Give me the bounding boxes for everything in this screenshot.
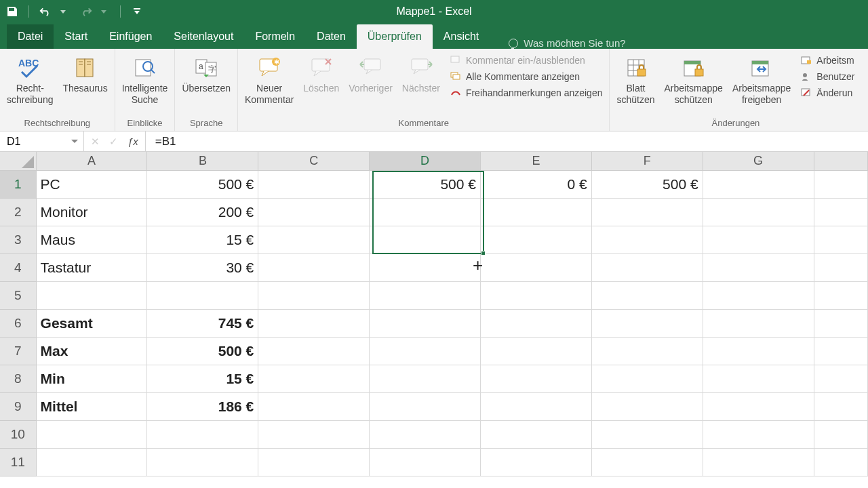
cell-C4[interactable] [258,254,370,282]
cell-B4[interactable]: 30 € [147,254,258,282]
cell-blank-5[interactable] [814,282,868,310]
cell-D6[interactable] [370,310,481,338]
cell-D2[interactable] [370,199,481,226]
track-changes-button[interactable]: Änderun [796,85,859,100]
cell-E6[interactable] [481,310,592,338]
cell-D4[interactable] [370,254,481,282]
cell-F11[interactable] [592,449,703,476]
cell-G11[interactable] [703,449,814,476]
cell-B10[interactable] [147,421,258,449]
column-header-F[interactable]: F [592,152,703,171]
cell-G4[interactable] [703,254,814,282]
protect-share-button[interactable]: Arbeitsm [796,53,859,68]
spelling-button[interactable]: ABC Recht- schreibung [3,52,58,108]
redo-icon[interactable] [79,5,93,18]
cell-D10[interactable] [370,421,481,449]
row-header-2[interactable]: 2 [0,199,37,226]
tab-review[interactable]: Überprüfen [357,24,433,49]
cell-G6[interactable] [703,310,814,338]
cell-F9[interactable] [592,393,703,421]
cell-C2[interactable] [258,199,370,226]
cell-blank-3[interactable] [814,226,868,254]
redo-dropdown-icon[interactable] [97,5,111,18]
cell-A9[interactable]: Mittel [37,393,148,421]
previous-comment-button[interactable]: Vorheriger [344,52,397,97]
enter-icon[interactable]: ✓ [109,136,118,148]
worksheet-grid[interactable]: A B C D E F G 1PC500 €500 €0 €500 €2Moni… [0,152,868,476]
undo-icon[interactable] [39,5,52,18]
cell-A11[interactable] [37,449,148,476]
save-icon[interactable] [5,5,19,18]
cell-G10[interactable] [703,421,814,449]
column-header-A[interactable]: A [37,152,148,171]
cell-blank-2[interactable] [814,199,868,226]
cell-E8[interactable] [481,365,592,393]
row-header-1[interactable]: 1 [0,171,37,199]
column-header-D[interactable]: D [370,152,481,171]
cell-G2[interactable] [703,199,814,226]
cell-E4[interactable] [481,254,592,282]
cell-F6[interactable] [592,310,703,338]
cell-G3[interactable] [703,226,814,254]
tab-insert[interactable]: Einfügen [98,24,163,49]
cell-blank-8[interactable] [814,365,868,393]
delete-comment-button[interactable]: Löschen [299,52,343,97]
column-header-G[interactable]: G [703,152,814,171]
cell-C9[interactable] [258,393,370,421]
cell-A7[interactable]: Max [37,338,148,365]
cell-E7[interactable] [481,338,592,365]
cell-E11[interactable] [481,449,592,476]
share-workbook-button[interactable]: Arbeitsmappe freigeben [728,52,795,108]
cell-A10[interactable] [37,421,148,449]
tab-data[interactable]: Daten [306,24,357,49]
column-header-E[interactable]: E [481,152,592,171]
cell-F1[interactable]: 500 € [592,171,703,199]
cell-B7[interactable]: 500 € [147,338,258,365]
tab-start[interactable]: Start [54,24,98,49]
cell-A1[interactable]: PC [37,171,148,199]
cell-C5[interactable] [258,282,370,310]
cell-B1[interactable]: 500 € [147,171,258,199]
cell-A6[interactable]: Gesamt [37,310,148,338]
cell-blank-11[interactable] [814,449,868,476]
row-header-11[interactable]: 11 [0,449,37,476]
cancel-icon[interactable]: ✕ [91,136,100,148]
cell-G7[interactable] [703,338,814,365]
row-header-5[interactable]: 5 [0,282,37,310]
cell-D1[interactable]: 500 € [370,171,481,199]
translate-button[interactable]: a字 Übersetzen [178,52,235,97]
cell-A2[interactable]: Monitor [37,199,148,226]
row-header-7[interactable]: 7 [0,338,37,365]
cell-B11[interactable] [147,449,258,476]
formula-input[interactable]: =B1 [146,131,868,151]
cell-B2[interactable]: 200 € [147,199,258,226]
cell-G9[interactable] [703,393,814,421]
cell-D5[interactable] [370,282,481,310]
thesaurus-button[interactable]: Thesaurus [59,52,112,97]
cell-A8[interactable]: Min [37,365,148,393]
column-header-blank[interactable] [814,152,868,171]
cell-blank-4[interactable] [814,254,868,282]
tab-file[interactable]: Datei [7,24,54,49]
cell-A4[interactable]: Tastatur [37,254,148,282]
cell-blank-10[interactable] [814,421,868,449]
protect-sheet-button[interactable]: Blatt schützen [612,52,658,108]
cell-F10[interactable] [592,421,703,449]
cell-D8[interactable] [370,365,481,393]
cell-D3[interactable] [370,226,481,254]
cell-F2[interactable] [592,199,703,226]
tell-me[interactable]: Was möchten Sie tun? [490,37,625,49]
cell-blank-9[interactable] [814,393,868,421]
cell-B3[interactable]: 15 € [147,226,258,254]
cell-D9[interactable] [370,393,481,421]
row-header-6[interactable]: 6 [0,310,37,338]
cell-blank-6[interactable] [814,310,868,338]
allow-users-button[interactable]: Benutzer [796,69,859,84]
cell-E5[interactable] [481,282,592,310]
cell-E1[interactable]: 0 € [481,171,592,199]
row-header-3[interactable]: 3 [0,226,37,254]
cell-F4[interactable] [592,254,703,282]
column-header-B[interactable]: B [147,152,258,171]
cell-C1[interactable] [258,171,370,199]
cell-E10[interactable] [481,421,592,449]
